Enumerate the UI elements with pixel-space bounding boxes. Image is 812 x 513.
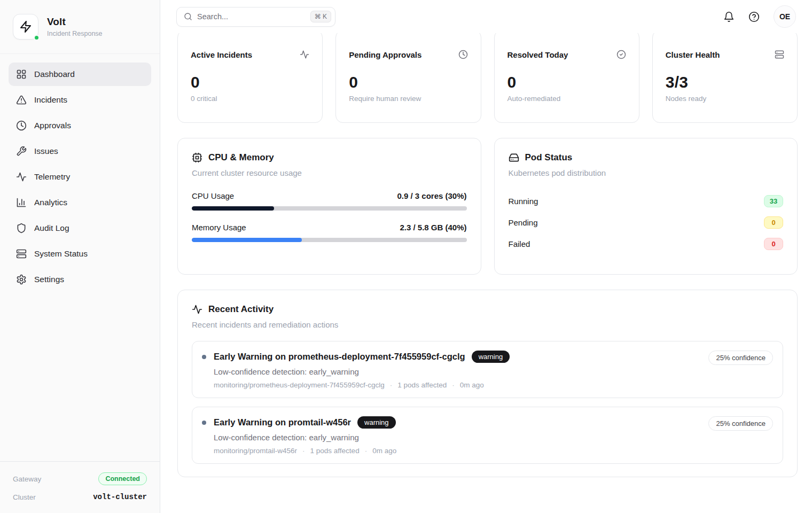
pod-rows: Running 33 Pending 0 Failed 0 (509, 190, 784, 254)
sidebar-item-approvals[interactable]: Approvals (9, 114, 151, 137)
notifications-button[interactable] (723, 11, 735, 22)
stat-subtitle: Auto-remediated (508, 95, 626, 103)
pod-status-card: Pod Status Kubernetes pod distribution R… (494, 138, 798, 275)
app-name: Volt (47, 16, 103, 28)
stat-card-resolved-today: Resolved Today 0 Auto-remediated (494, 33, 639, 123)
sidebar-item-issues[interactable]: Issues (9, 139, 151, 163)
pod-count-badge: 0 (764, 216, 783, 229)
severity-badge: warning (357, 416, 396, 429)
confidence-badge: 25% confidence (708, 416, 773, 431)
sidebar-item-dashboard[interactable]: Dashboard (9, 63, 151, 86)
stat-card-active-incidents: Active Incidents 0 0 critical (177, 33, 323, 123)
pod-label: Failed (509, 239, 530, 248)
memory-usage-metric: Memory Usage 2.3 / 5.8 GB (40%) (192, 223, 467, 242)
activity-description: Low-confidence detection: early_warning (214, 367, 701, 376)
stat-value: 0 (191, 73, 309, 91)
shield-icon (16, 223, 27, 234)
sidebar-item-label: Dashboard (34, 69, 75, 79)
app-logo (13, 14, 38, 40)
panel-title: Pod Status (525, 152, 573, 163)
sidebar-item-label: Analytics (34, 198, 67, 207)
pod-count-badge: 0 (764, 238, 783, 250)
sidebar-item-audit-log[interactable]: Audit Log (9, 216, 151, 240)
status-bullet (202, 355, 206, 359)
cpu-usage-label: CPU Usage (192, 191, 234, 200)
panel-subtitle: Recent incidents and remediation actions (192, 320, 783, 329)
sidebar-item-telemetry[interactable]: Telemetry (9, 165, 151, 189)
server-icon (775, 50, 784, 59)
pod-row-running: Running 33 (509, 190, 784, 212)
panel-title: CPU & Memory (208, 152, 274, 163)
memory-usage-value: 2.3 / 5.8 GB (40%) (400, 223, 466, 232)
sidebar-footer: Gateway Connected Cluster volt-cluster (0, 461, 160, 513)
stat-title: Cluster Health (666, 50, 720, 59)
sidebar-item-settings[interactable]: Settings (9, 268, 151, 291)
sidebar-nav: Dashboard Incidents Approvals Issues Tel… (0, 54, 160, 293)
cluster-row: Cluster volt-cluster (13, 493, 147, 501)
gateway-label: Gateway (13, 475, 41, 483)
stat-cards-row: Active Incidents 0 0 critical Pending Ap… (177, 33, 798, 123)
gateway-status-badge: Connected (98, 472, 147, 485)
wrench-icon (16, 146, 27, 157)
activity-title: Early Warning on prometheus-deployment-7… (214, 352, 465, 362)
activity-pods-affected: 1 pods affected (310, 447, 360, 455)
panel-title: Recent Activity (208, 304, 274, 315)
pod-row-failed: Failed 0 (509, 233, 784, 254)
zap-icon (19, 20, 32, 33)
activity-description: Low-confidence detection: early_warning (214, 433, 701, 442)
pod-count-badge: 33 (764, 195, 783, 207)
middle-row: CPU & Memory Current cluster resource us… (177, 138, 798, 275)
confidence-badge: 25% confidence (708, 351, 773, 365)
sidebar-item-analytics[interactable]: Analytics (9, 191, 151, 214)
search-shortcut-badge: ⌘ K (310, 11, 331, 22)
activity-pods-affected: 1 pods affected (397, 381, 447, 389)
cpu-usage-bar-fill (192, 206, 274, 211)
app-subtitle: Incident Response (47, 30, 103, 37)
activity-item[interactable]: Early Warning on prometheus-deployment-7… (192, 341, 783, 398)
cpu-usage-bar (192, 206, 467, 211)
dot-separator: · (452, 381, 455, 389)
cpu-icon (192, 152, 202, 163)
server-icon (16, 248, 27, 259)
activity-meta: monitoring/promtail-w456r · 1 pods affec… (214, 447, 701, 455)
severity-badge: warning (472, 351, 510, 363)
pod-row-pending: Pending 0 (509, 212, 784, 233)
activity-icon (300, 50, 309, 59)
stat-value: 0 (508, 73, 626, 91)
main-area: ⌘ K OE Active Incidents (160, 0, 812, 513)
avatar[interactable]: OE (774, 5, 796, 28)
activity-items: Early Warning on prometheus-deployment-7… (192, 341, 783, 464)
sidebar-item-label: Incidents (34, 95, 67, 105)
sidebar: Volt Incident Response Dashboard Inciden… (0, 0, 160, 513)
stat-card-cluster-health: Cluster Health 3/3 Nodes ready (652, 33, 798, 123)
app-title-block: Volt Incident Response (47, 16, 103, 37)
alert-triangle-icon (16, 95, 27, 105)
help-button[interactable] (748, 11, 760, 22)
sidebar-item-label: Issues (34, 146, 58, 156)
top-header: ⌘ K OE (160, 0, 812, 33)
layout-grid-icon (16, 69, 27, 80)
pod-label: Pending (509, 218, 538, 227)
recent-activity-card: Recent Activity Recent incidents and rem… (177, 290, 798, 477)
sidebar-item-system-status[interactable]: System Status (9, 242, 151, 266)
stat-title: Active Incidents (191, 50, 252, 59)
search-box[interactable]: ⌘ K (176, 7, 335, 27)
memory-usage-label: Memory Usage (192, 223, 246, 232)
activity-icon (16, 172, 27, 182)
stat-title: Resolved Today (508, 50, 568, 59)
header-actions: OE (723, 5, 796, 28)
activity-time: 0m ago (372, 447, 396, 455)
memory-usage-bar (192, 238, 467, 242)
activity-item[interactable]: Early Warning on promtail-w456r warning … (192, 407, 783, 464)
cluster-name: volt-cluster (93, 493, 147, 501)
stat-subtitle: Require human review (349, 95, 467, 103)
stat-card-pending-approvals: Pending Approvals 0 Require human review (335, 33, 481, 123)
cluster-label: Cluster (13, 493, 36, 501)
activity-time: 0m ago (460, 381, 484, 389)
sidebar-item-label: Settings (34, 275, 64, 284)
search-input[interactable] (197, 12, 306, 21)
sidebar-item-incidents[interactable]: Incidents (9, 88, 151, 112)
help-circle-icon (748, 11, 760, 22)
clock-icon (16, 120, 27, 131)
check-circle-icon (616, 50, 626, 59)
